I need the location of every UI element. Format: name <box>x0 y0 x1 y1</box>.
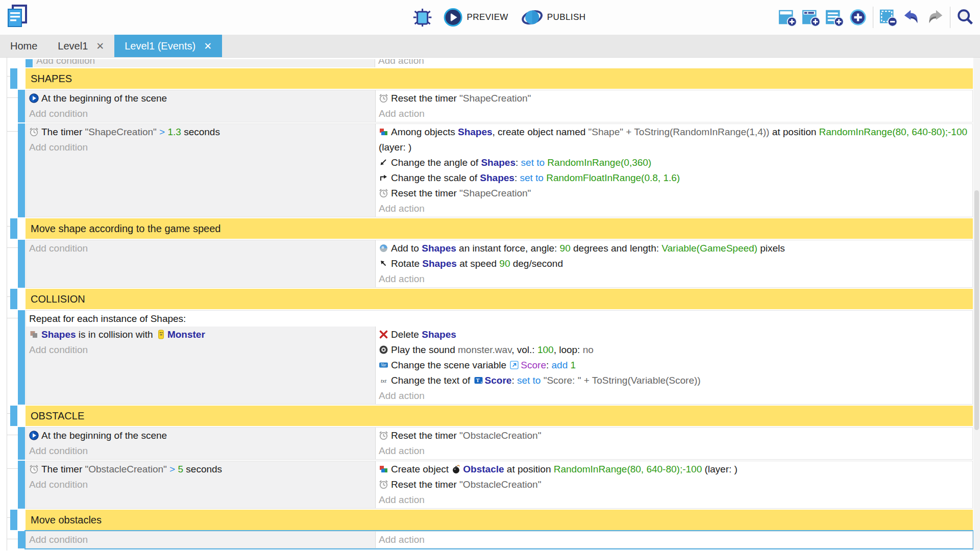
condition-line[interactable]: The timer "ShapeCreation" > 1.3 seconds <box>26 124 375 140</box>
add-action-button[interactable]: Add action <box>376 388 972 404</box>
event-selection-bar[interactable] <box>18 90 25 122</box>
event-selection-bar[interactable] <box>18 310 25 405</box>
event-selection-bar[interactable] <box>18 123 25 217</box>
action-line[interactable]: Rotate Shapes at speed 90 deg/second <box>376 256 972 271</box>
app-logo-icon[interactable] <box>5 4 30 30</box>
publish-globe-icon <box>522 8 543 27</box>
add-action-button[interactable]: Add action <box>376 492 972 508</box>
tree-guide-stub <box>7 435 18 435</box>
add-action-button[interactable]: Add action <box>376 106 972 121</box>
add-extra-button[interactable] <box>846 3 870 32</box>
event-selection-bar[interactable] <box>10 289 17 309</box>
add-condition-button[interactable]: Add condition <box>26 532 375 547</box>
tree-guide-stub <box>7 539 18 539</box>
var-badge-icon <box>509 360 519 370</box>
tab-level1[interactable]: Level1✕ <box>47 35 114 57</box>
add-action-button[interactable]: Add action <box>376 201 972 216</box>
event-cells: Add conditionAdd to Shapes an instant fo… <box>26 240 972 287</box>
action-line[interactable]: Reset the timer "ObstacleCreation" <box>376 477 972 492</box>
action-line[interactable]: txtChange the text of TxScore: set to "S… <box>376 373 972 388</box>
group-header[interactable]: SHAPES <box>26 68 973 89</box>
scrollbar-thumb[interactable] <box>974 190 979 430</box>
actions-cell[interactable]: Add to Shapes an instant force, angle: 9… <box>376 240 972 287</box>
object-name: Shapes <box>422 329 456 340</box>
action-line[interactable]: Reset the timer "ShapeCreation" <box>376 186 972 201</box>
action-line[interactable]: Change the scale of Shapes: set to Rando… <box>376 170 972 186</box>
group-header[interactable]: OBSTACLE <box>26 406 973 426</box>
tab-home[interactable]: Home <box>0 35 47 57</box>
conditions-cell[interactable]: The timer "ObstacleCreation" > 5 seconds… <box>26 461 376 508</box>
actions-cell[interactable]: Among objects Shapes, create object name… <box>376 124 972 217</box>
tab-close-icon[interactable]: ✕ <box>96 40 104 52</box>
expression: RandomFloatInRange(0.8, 1.6) <box>546 172 680 183</box>
event-selection-bar[interactable] <box>10 218 17 239</box>
redo-button[interactable] <box>923 3 947 32</box>
actions-cell[interactable]: Add action <box>376 532 972 548</box>
action-line[interactable]: Play the sound monster.wav, vol.: 100, l… <box>376 342 972 358</box>
action-line[interactable]: Among objects Shapes, create object name… <box>376 124 972 155</box>
preview-button[interactable]: PREVIEW <box>439 2 512 33</box>
add-condition-button[interactable]: Add condition <box>33 59 375 67</box>
action-line[interactable]: Reset the timer "ObstacleCreation" <box>376 428 972 443</box>
condition-line[interactable]: At the beginning of the scene <box>26 428 375 443</box>
action-line[interactable]: Create object Obstacle at position Rando… <box>376 462 972 477</box>
conditions-cell[interactable]: Add condition <box>33 59 375 67</box>
event-selection-bar[interactable] <box>10 406 17 426</box>
event-selection-bar[interactable] <box>18 427 25 460</box>
add-action-button[interactable]: Add action <box>376 443 972 459</box>
group-header[interactable]: Move shape according to the game speed <box>26 218 973 239</box>
event-selection-bar[interactable] <box>18 461 25 509</box>
add-condition-button[interactable]: Add condition <box>26 443 375 459</box>
conditions-cell[interactable]: The timer "ShapeCreation" > 1.3 secondsA… <box>26 124 376 217</box>
publish-button[interactable]: PUBLISH <box>518 2 590 33</box>
conditions-cell[interactable]: At the beginning of the sceneAdd conditi… <box>26 90 376 122</box>
expression: RandomInRange(80, 640-80);-100 <box>554 464 702 474</box>
condition-line[interactable]: The timer "ObstacleCreation" > 5 seconds <box>26 462 375 477</box>
group-header[interactable]: COLLISION <box>26 289 973 309</box>
event-selection-bar[interactable] <box>10 510 17 530</box>
action-line[interactable]: Add to Shapes an instant force, angle: 9… <box>376 241 972 256</box>
event-selection-bar[interactable] <box>26 59 33 67</box>
condition-line[interactable]: Shapes is in collision with Monster <box>26 327 375 342</box>
add-condition-button[interactable]: Add condition <box>26 241 375 256</box>
add-condition-button[interactable]: Add condition <box>26 106 375 121</box>
add-action-button[interactable]: Add action <box>376 271 972 287</box>
group-header[interactable]: Move obstacles <box>26 510 973 530</box>
repeat-for-each-header[interactable]: Repeat for each instance of Shapes: <box>26 311 972 327</box>
actions-cell[interactable]: Delete ShapesPlay the sound monster.wav,… <box>376 327 972 404</box>
add-comment-button[interactable] <box>823 3 846 32</box>
action-line[interactable]: VarChange the scene variable Score: add … <box>376 358 972 373</box>
event-block: Add conditionAdd action <box>26 59 973 67</box>
actions-cell[interactable]: Add action <box>375 59 973 67</box>
add-condition-button[interactable]: Add condition <box>26 342 375 358</box>
add-action-button[interactable]: Add action <box>375 59 973 67</box>
add-action-button[interactable]: Add action <box>376 532 972 547</box>
conditions-cell[interactable]: Add condition <box>26 240 376 287</box>
actions-cell[interactable]: Reset the timer "ObstacleCreation"Add ac… <box>376 428 972 459</box>
add-condition-button[interactable]: Add condition <box>26 477 375 492</box>
event-selection-bar[interactable] <box>18 240 25 288</box>
conditions-cell[interactable]: Add condition <box>26 532 376 548</box>
delete-selection-button[interactable] <box>876 3 900 32</box>
conditions-cell[interactable]: At the beginning of the sceneAdd conditi… <box>26 428 376 459</box>
vertical-scrollbar[interactable] <box>973 58 980 550</box>
action-line[interactable]: Reset the timer "ShapeCreation" <box>376 91 972 106</box>
text: Change the scale of <box>391 172 480 183</box>
bomb-icon <box>452 464 461 474</box>
add-event-button[interactable] <box>776 3 799 32</box>
event-selection-bar[interactable] <box>18 531 25 548</box>
add-condition-button[interactable]: Add condition <box>26 140 375 155</box>
undo-button[interactable] <box>900 3 923 32</box>
debugger-button[interactable] <box>411 3 434 32</box>
conditions-cell[interactable]: Shapes is in collision with MonsterAdd c… <box>26 327 376 404</box>
actions-cell[interactable]: Create object Obstacle at position Rando… <box>376 461 972 508</box>
tab-level1-events[interactable]: Level1 (Events)✕ <box>114 35 222 57</box>
event-selection-bar[interactable] <box>10 68 17 89</box>
tab-close-icon[interactable]: ✕ <box>204 40 212 52</box>
action-line[interactable]: Delete Shapes <box>376 327 972 342</box>
search-button[interactable] <box>953 3 977 32</box>
action-line[interactable]: Change the angle of Shapes: set to Rando… <box>376 155 972 170</box>
add-sub-event-button[interactable] <box>799 3 823 32</box>
condition-line[interactable]: At the beginning of the scene <box>26 91 375 106</box>
actions-cell[interactable]: Reset the timer "ShapeCreation"Add actio… <box>376 90 972 122</box>
